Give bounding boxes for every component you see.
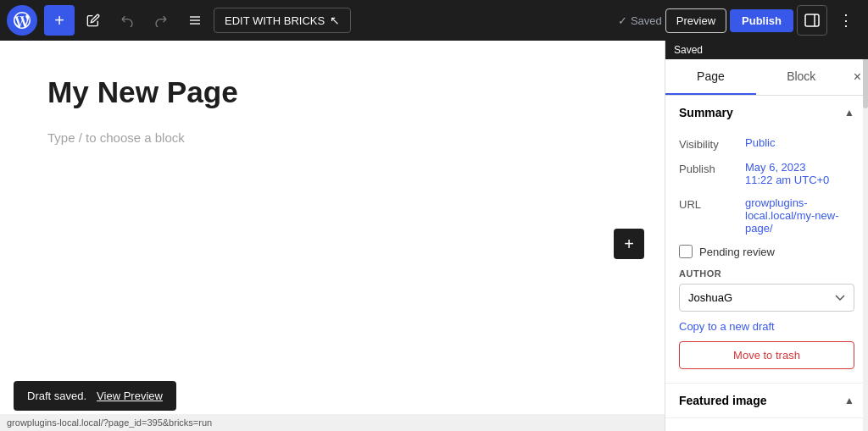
tab-block[interactable]: Block xyxy=(756,59,847,95)
author-label: AUTHOR xyxy=(679,268,854,279)
draft-saved-text: Draft saved. xyxy=(27,390,86,402)
preview-button[interactable]: Preview xyxy=(665,8,726,33)
editor-content: My New Page Type / to choose a block xyxy=(27,41,637,182)
featured-image-section: Featured image ▲ xyxy=(665,384,868,418)
cursor-icon: ↖ xyxy=(330,14,340,27)
tab-page[interactable]: Page xyxy=(665,59,756,95)
author-select[interactable]: JoshuaG xyxy=(679,284,854,312)
url-bar: growplugins-local.local/?page_id=395&bri… xyxy=(0,414,665,431)
publish-value[interactable]: May 6, 2023 11:22 am UTC+0 xyxy=(745,161,854,186)
url-bar-text: growplugins-local.local/?page_id=395&bri… xyxy=(7,417,212,428)
page-title[interactable]: My New Page xyxy=(47,75,617,110)
sidebar-header: Page Block × xyxy=(665,59,868,96)
visibility-label: Visibility xyxy=(679,136,738,151)
url-row: URL growplugins-local.local/my-new-page/ xyxy=(679,196,854,235)
scroll-indicator xyxy=(863,41,868,431)
pending-review-row: Pending review xyxy=(679,245,854,258)
saved-tooltip: Saved xyxy=(665,41,868,59)
saved-indicator: ✓ Saved xyxy=(618,14,662,27)
publish-row: Publish May 6, 2023 11:22 am UTC+0 xyxy=(679,161,854,186)
url-value[interactable]: growplugins-local.local/my-new-page/ xyxy=(745,196,854,235)
block-placeholder[interactable]: Type / to choose a block xyxy=(47,127,617,148)
more-options-button[interactable]: ⋮ xyxy=(831,5,861,36)
scroll-thumb[interactable] xyxy=(863,58,868,108)
chevron-up-icon: ▲ xyxy=(844,107,854,119)
wordpress-logo[interactable] xyxy=(7,5,37,36)
toolbar: + EDIT WITH BRICKS ↖ ✓ Saved xyxy=(0,0,868,41)
check-icon: ✓ xyxy=(618,14,627,27)
svg-rect-3 xyxy=(805,14,819,26)
publish-button[interactable]: Publish xyxy=(730,9,793,32)
undo-button[interactable] xyxy=(112,5,142,36)
tools-button[interactable] xyxy=(180,5,210,36)
visibility-value[interactable]: Public xyxy=(745,136,854,149)
status-bar: Draft saved. View Preview xyxy=(14,381,176,411)
inline-add-block-button[interactable]: + xyxy=(614,229,644,259)
featured-image-section-header[interactable]: Featured image ▲ xyxy=(665,384,868,417)
summary-section-header[interactable]: Summary ▲ xyxy=(665,96,868,130)
visibility-row: Visibility Public xyxy=(679,136,854,151)
redo-button[interactable] xyxy=(146,5,176,36)
move-trash-button[interactable]: Move to trash xyxy=(679,341,854,369)
summary-section-content: Visibility Public Publish May 6, 2023 11… xyxy=(665,130,868,383)
edit-pen-button[interactable] xyxy=(78,5,108,36)
url-label: URL xyxy=(679,196,738,211)
sidebar-toggle-button[interactable] xyxy=(797,5,827,36)
main-area: My New Page Type / to choose a block + D… xyxy=(0,41,868,431)
publish-label: Publish xyxy=(679,161,738,175)
sidebar-body: Summary ▲ Visibility Public Publish xyxy=(665,96,868,431)
editor-area: My New Page Type / to choose a block + D… xyxy=(0,41,665,431)
copy-draft-link[interactable]: Copy to a new draft xyxy=(679,320,854,333)
view-preview-link[interactable]: View Preview xyxy=(97,390,163,402)
edit-with-bricks-button[interactable]: EDIT WITH BRICKS ↖ xyxy=(214,8,351,33)
chevron-up-icon-2: ▲ xyxy=(844,395,854,406)
pending-review-checkbox[interactable] xyxy=(679,245,693,258)
pending-review-label: Pending review xyxy=(699,246,775,258)
plus-icon: + xyxy=(624,235,634,254)
sidebar: Saved Page Block × Summary ▲ xyxy=(665,41,868,431)
add-block-button[interactable]: + xyxy=(44,5,75,36)
summary-section: Summary ▲ Visibility Public Publish xyxy=(665,96,868,384)
